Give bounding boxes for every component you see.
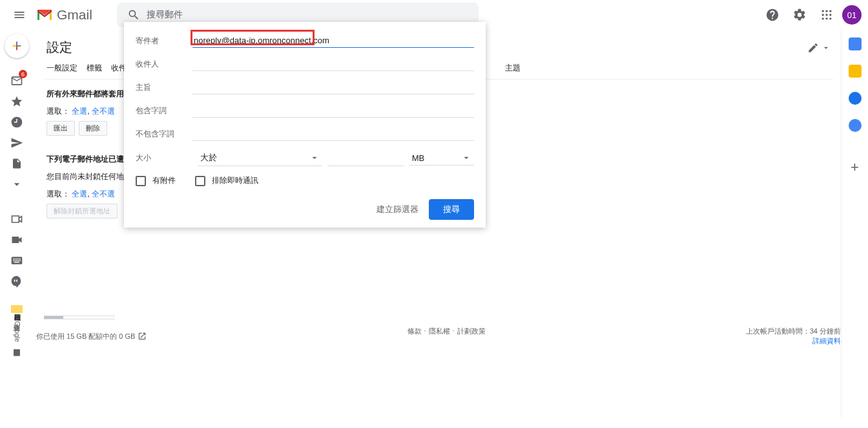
select-all-link-2[interactable]: 全選 — [72, 189, 87, 198]
contacts-app-icon[interactable] — [849, 119, 862, 132]
tasks-app-icon[interactable] — [849, 92, 862, 105]
left-sidebar: 6 標籤問題 連續到 Google 瀏覽器主關聯系統連續關聯者 — [0, 30, 34, 344]
search-icon — [127, 8, 140, 21]
exclude-chats-checkbox[interactable]: 排除即時通訊 — [195, 175, 258, 186]
sidebar-hangouts[interactable] — [4, 272, 30, 291]
pen-icon — [807, 42, 819, 54]
open-in-new-icon[interactable] — [138, 332, 147, 341]
label-size: 大小 — [136, 153, 192, 164]
gmail-icon — [36, 8, 53, 21]
footer-terms[interactable]: 條款 — [408, 326, 422, 346]
footer-activity: 上次帳戶活動時間：34 分鐘前 — [746, 326, 841, 336]
search-filter-panel: 寄件者 收件人 主旨 包含字詞 不包含字詞 大小 大於 MB 有附件 — [124, 22, 486, 228]
page-title: 設定 — [46, 39, 72, 56]
label-subject: 主旨 — [136, 82, 192, 93]
storage-text: 你已使用 15 GB 配額中的 0 GB — [36, 332, 135, 341]
chevron-down-icon — [461, 153, 471, 163]
apps-button[interactable] — [815, 3, 838, 27]
calendar-app-icon[interactable] — [849, 37, 862, 50]
checkbox-icon — [136, 176, 146, 186]
size-operator-dropdown[interactable]: 大於 — [198, 150, 322, 166]
label-from: 寄件者 — [136, 36, 192, 47]
gmail-logo[interactable]: Gmail — [36, 7, 92, 23]
svg-point-4 — [825, 14, 827, 16]
sidebar-starred[interactable] — [4, 92, 30, 111]
tab-labels[interactable]: 標籤 — [87, 63, 102, 74]
footer: 你已使用 15 GB 配額中的 0 GB 條款 · 隱私權 · 計劃政策 上次帳… — [36, 326, 841, 346]
sidebar-inbox[interactable]: 6 — [4, 71, 30, 91]
help-icon — [765, 8, 780, 22]
sidebar-vertical-note: 連續到 Google 瀏覽器主關聯系統連續關聯者 — [12, 319, 22, 344]
main-menu-button[interactable] — [5, 1, 34, 29]
footer-details[interactable]: 詳細資料 — [746, 336, 841, 346]
footer-policies[interactable]: 計劃政策 — [457, 326, 486, 346]
sidebar-drafts[interactable] — [4, 154, 30, 173]
keyboard-icon — [10, 254, 23, 267]
plus-icon — [10, 39, 24, 53]
includes-input[interactable] — [192, 103, 474, 118]
gear-icon — [792, 8, 807, 22]
sidebar-more[interactable] — [4, 175, 30, 194]
checkbox-icon — [195, 176, 205, 186]
chevron-down-icon — [309, 153, 320, 163]
footer-privacy[interactable]: 隱私權 — [429, 326, 450, 346]
tab-themes[interactable]: 主題 — [505, 63, 521, 74]
sidebar-label-yellow[interactable]: 標籤問題 — [11, 305, 23, 313]
edit-dropdown[interactable] — [807, 42, 831, 54]
to-input[interactable] — [192, 57, 474, 71]
select-none-link[interactable]: 全不選 — [92, 107, 115, 116]
right-sidebar: + — [841, 30, 868, 418]
chat-bubble-icon — [10, 275, 23, 288]
svg-point-1 — [825, 10, 827, 12]
send-icon — [10, 136, 23, 149]
select-none-link-2[interactable]: 全不選 — [92, 189, 115, 198]
has-attachment-checkbox[interactable]: 有附件 — [136, 175, 176, 186]
apps-grid-icon — [820, 8, 833, 21]
subject-input[interactable] — [192, 80, 474, 94]
sidebar-snoozed[interactable] — [4, 112, 30, 132]
video-icon — [10, 213, 23, 226]
unblock-button: 解除封鎖所選地址 — [46, 204, 118, 219]
excludes-input[interactable] — [192, 127, 474, 141]
addons-button[interactable]: + — [851, 159, 859, 176]
settings-button[interactable] — [788, 3, 811, 27]
support-button[interactable] — [761, 3, 784, 27]
star-icon — [10, 95, 23, 108]
search-button[interactable]: 搜尋 — [429, 199, 474, 220]
tab-general[interactable]: 一般設定 — [46, 63, 78, 74]
delete-button[interactable]: 刪除 — [79, 121, 107, 136]
compose-button[interactable] — [5, 34, 29, 58]
svg-point-6 — [822, 17, 824, 19]
account-avatar[interactable]: 01 — [842, 5, 862, 25]
svg-point-0 — [822, 10, 824, 12]
chevron-down-icon — [10, 178, 23, 191]
svg-point-2 — [829, 10, 831, 12]
size-value-input[interactable] — [327, 150, 404, 166]
keep-app-icon[interactable] — [849, 65, 862, 78]
chevron-down-icon — [822, 43, 831, 52]
hamburger-icon — [13, 8, 26, 21]
svg-point-7 — [825, 17, 827, 19]
file-icon — [11, 158, 23, 169]
select-all-link[interactable]: 全選 — [72, 107, 87, 116]
clock-icon — [10, 116, 23, 129]
sidebar-meet-new[interactable] — [4, 209, 30, 229]
sidebar-meet-join[interactable] — [4, 230, 30, 250]
sidebar-keyboard[interactable] — [4, 251, 30, 270]
size-unit-dropdown[interactable]: MB — [409, 151, 474, 166]
create-filter-link[interactable]: 建立篩選器 — [377, 204, 418, 215]
label-includes: 包含字詞 — [136, 105, 192, 116]
from-input[interactable] — [192, 34, 474, 48]
export-button[interactable]: 匯出 — [46, 121, 75, 136]
gmail-text: Gmail — [57, 7, 92, 23]
horizontal-scrollbar[interactable] — [44, 316, 115, 319]
svg-point-3 — [822, 14, 824, 16]
svg-point-5 — [829, 14, 831, 16]
inbox-badge: 6 — [19, 70, 27, 78]
search-placeholder: 搜尋郵件 — [147, 9, 183, 21]
video-filled-icon — [10, 233, 23, 246]
scrollbar-thumb[interactable] — [44, 316, 63, 319]
sidebar-sent[interactable] — [4, 133, 30, 153]
header-right: 01 — [761, 0, 862, 30]
label-to: 收件人 — [136, 59, 192, 70]
